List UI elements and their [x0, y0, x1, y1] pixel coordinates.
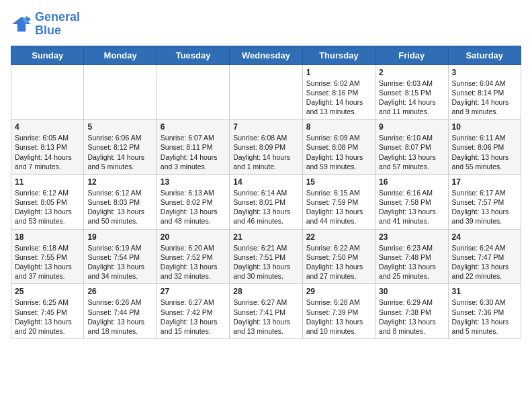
page-header: General Blue [11, 11, 521, 38]
calendar-cell [157, 64, 229, 120]
day-info: Sunrise: 6:21 AM Sunset: 7:51 PM Dayligh… [233, 243, 298, 281]
calendar-cell: 29Sunrise: 6:28 AM Sunset: 7:39 PM Dayli… [302, 284, 375, 339]
calendar-cell: 19Sunrise: 6:19 AM Sunset: 7:54 PM Dayli… [84, 229, 157, 284]
calendar-cell: 11Sunrise: 6:12 AM Sunset: 8:05 PM Dayli… [11, 174, 84, 229]
calendar-week-row: 4Sunrise: 6:05 AM Sunset: 8:13 PM Daylig… [11, 120, 521, 175]
day-number: 27 [161, 287, 226, 296]
day-number: 4 [15, 122, 80, 132]
day-number: 19 [87, 232, 152, 242]
calendar-cell: 24Sunrise: 6:24 AM Sunset: 7:47 PM Dayli… [448, 229, 521, 284]
day-number: 8 [306, 122, 371, 132]
day-info: Sunrise: 6:04 AM Sunset: 8:14 PM Dayligh… [452, 79, 517, 117]
day-number: 11 [15, 177, 80, 187]
calendar-cell: 25Sunrise: 6:25 AM Sunset: 7:45 PM Dayli… [11, 284, 84, 339]
day-number: 17 [452, 177, 517, 187]
day-info: Sunrise: 6:26 AM Sunset: 7:44 PM Dayligh… [87, 298, 152, 336]
day-number: 1 [306, 68, 371, 77]
logo-blue: Blue [35, 24, 61, 37]
calendar-cell: 30Sunrise: 6:29 AM Sunset: 7:38 PM Dayli… [375, 284, 448, 339]
day-number: 24 [452, 232, 517, 242]
weekday-header-row: SundayMondayTuesdayWednesdayThursdayFrid… [11, 46, 521, 64]
day-number: 10 [452, 122, 517, 132]
day-number: 21 [233, 232, 298, 242]
day-info: Sunrise: 6:27 AM Sunset: 7:42 PM Dayligh… [161, 298, 226, 336]
logo-text: General Blue [35, 11, 80, 38]
day-info: Sunrise: 6:30 AM Sunset: 7:36 PM Dayligh… [452, 298, 517, 336]
day-number: 28 [233, 287, 298, 296]
day-number: 5 [87, 122, 152, 132]
calendar-cell: 23Sunrise: 6:23 AM Sunset: 7:48 PM Dayli… [375, 229, 448, 284]
day-number: 9 [379, 122, 444, 132]
day-number: 2 [379, 68, 444, 77]
calendar-cell: 17Sunrise: 6:17 AM Sunset: 7:57 PM Dayli… [448, 174, 521, 229]
calendar-body: 1Sunrise: 6:02 AM Sunset: 8:16 PM Daylig… [11, 64, 521, 338]
day-info: Sunrise: 6:11 AM Sunset: 8:06 PM Dayligh… [452, 133, 517, 171]
day-info: Sunrise: 6:28 AM Sunset: 7:39 PM Dayligh… [306, 298, 371, 336]
calendar-table: SundayMondayTuesdayWednesdayThursdayFrid… [11, 46, 521, 339]
day-info: Sunrise: 6:14 AM Sunset: 8:01 PM Dayligh… [233, 188, 298, 226]
calendar-cell: 16Sunrise: 6:16 AM Sunset: 7:58 PM Dayli… [375, 174, 448, 229]
weekday-header-friday: Friday [375, 46, 448, 64]
day-number: 23 [379, 232, 444, 242]
calendar-cell [84, 64, 157, 120]
day-info: Sunrise: 6:24 AM Sunset: 7:47 PM Dayligh… [452, 243, 517, 281]
calendar-cell: 10Sunrise: 6:11 AM Sunset: 8:06 PM Dayli… [448, 120, 521, 175]
weekday-header-wednesday: Wednesday [230, 46, 302, 64]
day-number: 31 [452, 287, 517, 296]
calendar-cell: 5Sunrise: 6:06 AM Sunset: 8:12 PM Daylig… [84, 120, 157, 175]
calendar-cell: 26Sunrise: 6:26 AM Sunset: 7:44 PM Dayli… [84, 284, 157, 339]
logo-general: General [35, 10, 80, 24]
day-number: 26 [87, 287, 152, 296]
day-info: Sunrise: 6:16 AM Sunset: 7:58 PM Dayligh… [379, 188, 444, 226]
calendar-week-row: 25Sunrise: 6:25 AM Sunset: 7:45 PM Dayli… [11, 284, 521, 339]
day-info: Sunrise: 6:15 AM Sunset: 7:59 PM Dayligh… [306, 188, 371, 226]
calendar-week-row: 18Sunrise: 6:18 AM Sunset: 7:55 PM Dayli… [11, 229, 521, 284]
weekday-header-sunday: Sunday [11, 46, 84, 64]
day-number: 12 [87, 177, 152, 187]
calendar-cell: 22Sunrise: 6:22 AM Sunset: 7:50 PM Dayli… [302, 229, 375, 284]
day-info: Sunrise: 6:07 AM Sunset: 8:11 PM Dayligh… [161, 133, 226, 171]
calendar-cell: 9Sunrise: 6:10 AM Sunset: 8:07 PM Daylig… [375, 120, 448, 175]
calendar-cell: 2Sunrise: 6:03 AM Sunset: 8:15 PM Daylig… [375, 64, 448, 120]
day-info: Sunrise: 6:25 AM Sunset: 7:45 PM Dayligh… [15, 298, 80, 336]
weekday-header-saturday: Saturday [448, 46, 521, 64]
calendar-cell [230, 64, 302, 120]
calendar-cell [11, 64, 84, 120]
day-info: Sunrise: 6:06 AM Sunset: 8:12 PM Dayligh… [87, 133, 152, 171]
calendar-cell: 7Sunrise: 6:08 AM Sunset: 8:09 PM Daylig… [230, 120, 302, 175]
day-info: Sunrise: 6:10 AM Sunset: 8:07 PM Dayligh… [379, 133, 444, 171]
day-info: Sunrise: 6:29 AM Sunset: 7:38 PM Dayligh… [379, 298, 444, 336]
calendar-cell: 4Sunrise: 6:05 AM Sunset: 8:13 PM Daylig… [11, 120, 84, 175]
logo: General Blue [11, 11, 80, 38]
day-number: 3 [452, 68, 517, 77]
calendar-cell: 1Sunrise: 6:02 AM Sunset: 8:16 PM Daylig… [302, 64, 375, 120]
weekday-header-thursday: Thursday [302, 46, 375, 64]
calendar-cell: 13Sunrise: 6:13 AM Sunset: 8:02 PM Dayli… [157, 174, 229, 229]
calendar-cell: 8Sunrise: 6:09 AM Sunset: 8:08 PM Daylig… [302, 120, 375, 175]
calendar-cell: 27Sunrise: 6:27 AM Sunset: 7:42 PM Dayli… [157, 284, 229, 339]
day-info: Sunrise: 6:27 AM Sunset: 7:41 PM Dayligh… [233, 298, 298, 336]
day-info: Sunrise: 6:23 AM Sunset: 7:48 PM Dayligh… [379, 243, 444, 281]
calendar-cell: 31Sunrise: 6:30 AM Sunset: 7:36 PM Dayli… [448, 284, 521, 339]
day-info: Sunrise: 6:18 AM Sunset: 7:55 PM Dayligh… [15, 243, 80, 281]
day-info: Sunrise: 6:09 AM Sunset: 8:08 PM Dayligh… [306, 133, 371, 171]
calendar-cell: 28Sunrise: 6:27 AM Sunset: 7:41 PM Dayli… [230, 284, 302, 339]
day-number: 15 [306, 177, 371, 187]
calendar-cell: 15Sunrise: 6:15 AM Sunset: 7:59 PM Dayli… [302, 174, 375, 229]
calendar-cell: 6Sunrise: 6:07 AM Sunset: 8:11 PM Daylig… [157, 120, 229, 175]
day-number: 6 [161, 122, 226, 132]
day-number: 22 [306, 232, 371, 242]
day-number: 13 [161, 177, 226, 187]
calendar-cell: 14Sunrise: 6:14 AM Sunset: 8:01 PM Dayli… [230, 174, 302, 229]
day-info: Sunrise: 6:12 AM Sunset: 8:03 PM Dayligh… [87, 188, 152, 226]
calendar-cell: 12Sunrise: 6:12 AM Sunset: 8:03 PM Dayli… [84, 174, 157, 229]
day-info: Sunrise: 6:03 AM Sunset: 8:15 PM Dayligh… [379, 79, 444, 117]
weekday-header-monday: Monday [84, 46, 157, 64]
day-info: Sunrise: 6:13 AM Sunset: 8:02 PM Dayligh… [161, 188, 226, 226]
day-info: Sunrise: 6:08 AM Sunset: 8:09 PM Dayligh… [233, 133, 298, 171]
day-info: Sunrise: 6:02 AM Sunset: 8:16 PM Dayligh… [306, 79, 371, 117]
logo-icon [11, 15, 32, 34]
calendar-cell: 18Sunrise: 6:18 AM Sunset: 7:55 PM Dayli… [11, 229, 84, 284]
day-info: Sunrise: 6:19 AM Sunset: 7:54 PM Dayligh… [87, 243, 152, 281]
day-number: 18 [15, 232, 80, 242]
